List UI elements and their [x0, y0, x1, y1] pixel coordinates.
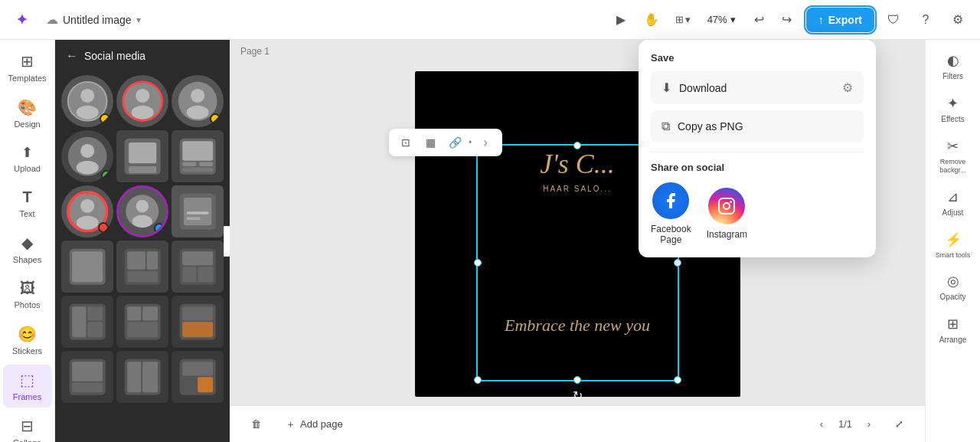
handle-bot-center[interactable] — [573, 376, 581, 384]
svg-rect-52 — [72, 362, 103, 381]
frame-item-9[interactable] — [172, 185, 224, 237]
svg-rect-41 — [72, 306, 86, 337]
instagram-label: Instagram — [707, 229, 747, 240]
frames-grid — [55, 72, 230, 406]
document-title-area[interactable]: ☁ Untitled image ▾ — [46, 12, 141, 27]
frame-item-1[interactable] — [61, 75, 113, 127]
layout-chevron-icon: ▾ — [685, 14, 691, 25]
opacity-icon: ◎ — [947, 273, 959, 290]
instagram-button[interactable]: Instagram — [707, 188, 747, 240]
frame-item-5[interactable] — [116, 130, 168, 182]
frame-item-8[interactable] — [116, 185, 168, 237]
handle-bot-right[interactable] — [674, 376, 681, 384]
prev-page-button[interactable]: ‹ — [811, 414, 832, 435]
rs-item-opacity[interactable]: ◎ Opacity — [929, 267, 978, 308]
next-page-button[interactable]: › — [858, 414, 880, 435]
page-indicator: 1/1 — [838, 418, 852, 430]
frame-item-17[interactable] — [116, 351, 168, 403]
sidebar-item-text[interactable]: T Text — [3, 182, 52, 224]
frame-item-2[interactable] — [116, 75, 168, 127]
svg-point-1 — [80, 89, 94, 103]
download-settings-icon[interactable]: ⚙ — [842, 80, 853, 95]
layout-button[interactable]: ⊞ ▾ — [669, 7, 697, 33]
svg-point-7 — [191, 89, 204, 103]
frame-item-3[interactable] — [172, 75, 224, 127]
svg-point-8 — [186, 105, 208, 119]
rs-item-adjust[interactable]: ⊿ Adjust — [929, 182, 978, 224]
svg-rect-42 — [87, 306, 103, 320]
rs-item-arrange[interactable]: ⊞ Arrange — [929, 309, 978, 351]
shield-button[interactable]: 🛡 — [880, 7, 906, 33]
zoom-button[interactable]: 47% ▾ — [701, 7, 742, 33]
svg-rect-34 — [146, 251, 158, 270]
handle-mid-right[interactable] — [674, 259, 681, 267]
rotate-handle[interactable]: ↻ — [573, 388, 583, 403]
text-label: Text — [19, 209, 34, 218]
frame-item-11[interactable] — [116, 241, 168, 293]
more-options-label: • — [469, 137, 472, 148]
export-button[interactable]: ↑ Export — [806, 8, 874, 32]
document-title: Untitled image — [63, 14, 132, 26]
sidebar-item-design[interactable]: 🎨 Design — [3, 92, 52, 135]
frame-item-18[interactable] — [172, 351, 224, 403]
title-chevron-icon: ▾ — [136, 15, 141, 25]
svg-rect-38 — [182, 267, 196, 282]
more-options-button[interactable]: › — [475, 132, 496, 153]
redo-button[interactable]: ↪ — [774, 7, 800, 33]
undo-button[interactable]: ↩ — [746, 7, 773, 33]
frame-item-4[interactable] — [61, 130, 113, 182]
sidebar-item-upload[interactable]: ⬆ Upload — [3, 138, 52, 179]
link-button[interactable]: 🔗 — [444, 132, 466, 153]
handle-mid-left[interactable] — [474, 259, 482, 267]
frame-item-14[interactable] — [116, 296, 168, 348]
sidebar-item-frames[interactable]: ⬚ Frames — [3, 365, 52, 408]
svg-rect-35 — [127, 270, 158, 282]
panel-collapse-button[interactable]: ‹ — [224, 226, 230, 257]
rs-item-remove-bg[interactable]: ✂ Remove backgr... — [929, 132, 978, 181]
handle-bot-left[interactable] — [474, 376, 482, 384]
effects-icon: ✦ — [947, 95, 959, 112]
frames-panel: ← Social media — [55, 40, 230, 442]
frame-item-16[interactable] — [61, 351, 113, 403]
sidebar-item-stickers[interactable]: 😊 Stickers — [3, 319, 52, 362]
svg-rect-33 — [127, 251, 145, 270]
frame-item-13[interactable] — [61, 296, 113, 348]
rs-item-effects[interactable]: ✦ Effects — [929, 89, 978, 130]
svg-rect-59 — [182, 377, 196, 392]
settings-button[interactable]: ⚙ — [945, 7, 971, 33]
canvas-logo-text: J's C... — [540, 148, 615, 180]
hand-tool-button[interactable]: ✋ — [639, 7, 665, 33]
remove-bg-icon: ✂ — [947, 138, 959, 155]
sidebar-item-shapes[interactable]: ◆ Shapes — [3, 228, 52, 270]
frame-item-10[interactable] — [61, 241, 113, 293]
svg-point-21 — [80, 199, 94, 213]
rs-item-filters[interactable]: ◐ Filters — [929, 46, 978, 87]
collage-icon: ⊟ — [21, 417, 34, 435]
add-page-button[interactable]: ＋ Add page — [276, 412, 352, 437]
download-item[interactable]: ⬇ Download ⚙ — [651, 71, 864, 104]
rs-item-smart-tools[interactable]: ⚡ Smart tools — [929, 225, 978, 266]
help-button[interactable]: ? — [913, 7, 939, 33]
frame-item-7[interactable] — [61, 185, 113, 237]
topbar-tools: ▶ ✋ ⊞ ▾ 47% ▾ ↩ ↪ — [608, 7, 800, 33]
panel-back-button[interactable]: ← — [66, 49, 78, 63]
svg-rect-37 — [182, 251, 213, 265]
svg-rect-49 — [182, 306, 213, 320]
frame-item-12[interactable] — [172, 241, 224, 293]
expand-button[interactable]: ⤢ — [886, 412, 913, 437]
play-button[interactable]: ▶ — [608, 7, 634, 33]
panel-title: Social media — [84, 50, 145, 62]
sidebar-item-photos[interactable]: 🖼 Photos — [3, 273, 52, 316]
qr-button[interactable]: ▦ — [420, 132, 441, 153]
frame-item-6[interactable] — [172, 130, 224, 182]
sidebar-item-collage[interactable]: ⊟ Collage — [3, 411, 52, 442]
facebook-button[interactable]: FacebookPage — [651, 182, 691, 245]
svg-rect-13 — [129, 142, 156, 163]
copy-png-item[interactable]: ⧉ Copy as PNG — [651, 110, 864, 142]
smart-tools-label: Smart tools — [936, 251, 971, 260]
delete-button[interactable]: 🗑 — [242, 412, 270, 437]
frame-item-15[interactable] — [172, 296, 224, 348]
sidebar-item-templates[interactable]: ⊞ Templates — [3, 46, 52, 89]
crop-button[interactable]: ⊡ — [395, 132, 416, 153]
svg-point-22 — [76, 215, 98, 229]
